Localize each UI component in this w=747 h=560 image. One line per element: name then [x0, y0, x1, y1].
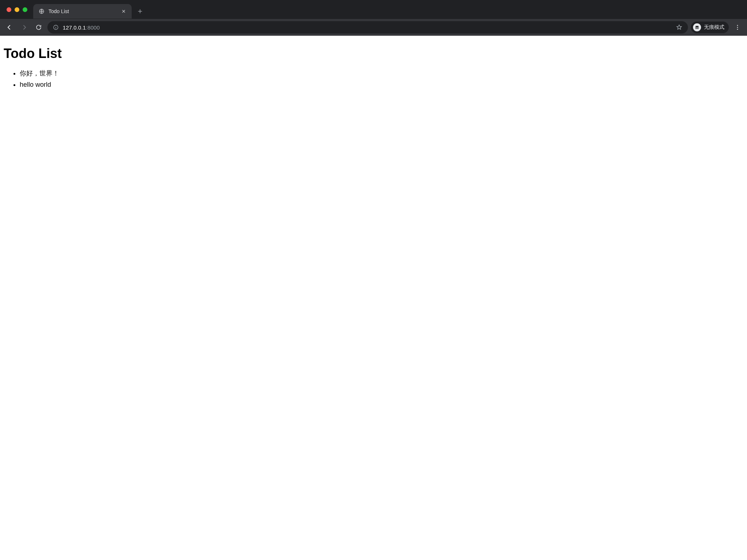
- reload-button[interactable]: [33, 22, 44, 33]
- new-tab-button[interactable]: [135, 6, 146, 17]
- svg-point-7: [737, 27, 738, 28]
- incognito-icon: [693, 23, 701, 31]
- svg-point-4: [696, 28, 697, 29]
- globe-icon: [38, 8, 45, 15]
- bookmark-star-icon[interactable]: [676, 24, 683, 31]
- forward-button[interactable]: [18, 22, 30, 33]
- list-item: 你好，世界！: [20, 68, 743, 79]
- tab-title: Todo List: [49, 8, 117, 14]
- back-button[interactable]: [4, 22, 15, 33]
- svg-point-5: [697, 28, 699, 29]
- window-maximize-button[interactable]: [23, 7, 27, 12]
- url-host: 127.0.0.1: [63, 24, 86, 31]
- address-bar[interactable]: 127.0.0.1:8000: [47, 21, 688, 34]
- svg-point-6: [737, 25, 738, 26]
- url-port: :8000: [86, 24, 100, 31]
- svg-point-8: [737, 29, 738, 30]
- todo-list: 你好，世界！ hello world: [4, 68, 743, 90]
- browser-menu-button[interactable]: [732, 22, 743, 33]
- window-minimize-button[interactable]: [15, 7, 19, 12]
- window-close-button[interactable]: [7, 7, 11, 12]
- incognito-label: 无痕模式: [704, 24, 724, 31]
- url-text: 127.0.0.1:8000: [63, 24, 672, 31]
- list-item: hello world: [20, 79, 743, 90]
- page-content: Todo List 你好，世界！ hello world: [0, 36, 747, 97]
- close-tab-button[interactable]: [121, 8, 127, 14]
- window-controls: [4, 7, 30, 12]
- browser-tab[interactable]: Todo List: [33, 4, 132, 19]
- site-info-icon[interactable]: [53, 24, 59, 31]
- browser-toolbar: 127.0.0.1:8000 无痕模式: [0, 19, 747, 36]
- browser-chrome: Todo List: [0, 0, 747, 36]
- page-heading: Todo List: [4, 46, 743, 61]
- incognito-indicator[interactable]: 无痕模式: [691, 22, 729, 33]
- tab-strip: Todo List: [0, 0, 747, 19]
- svg-point-3: [56, 26, 56, 26]
